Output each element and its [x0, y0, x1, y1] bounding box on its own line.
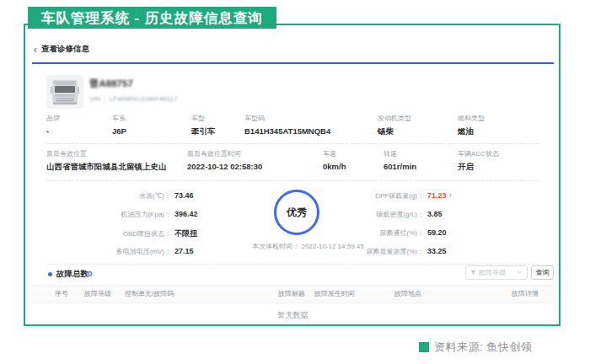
filter-icon: [470, 270, 476, 276]
divider: [46, 180, 539, 181]
breadcrumb-label: 查看诊修信息: [41, 44, 89, 55]
check-time-value: 2022-10-12 14:59:45: [301, 243, 363, 250]
divider: [46, 143, 539, 144]
query-button[interactable]: 查询: [531, 265, 554, 280]
fault-total-count: 0: [88, 269, 92, 278]
fault-total-label: 故障总数: [56, 269, 88, 280]
health-score-badge: 优秀: [274, 190, 319, 235]
metric-water-temp: 水温(℃)： 73.46: [72, 191, 194, 201]
field-rpm: 转速 601r/min: [384, 150, 416, 171]
metric-urea-level: 尿素液位(%)： 59.20: [326, 228, 447, 238]
fault-table-header: 序号 故障等级 控制单元/故障码 故障标题 故障发生时间 故障地点 故障详情: [32, 285, 554, 303]
metric-soot-density: 碳载密度(g/L)： 3.85: [326, 210, 442, 219]
field-series: 车系 J6P: [112, 115, 126, 136]
rise-arrow-icon: ↑: [449, 192, 453, 200]
field-acc-status: 车辆ACC状态 开启: [458, 150, 499, 173]
field-engine-type: 发动机类型 锡柴: [378, 115, 411, 137]
page: 车队管理系统 - 历史故障信息查询 ‹ 查看诊修信息 晋A88757 VIN： …: [0, 0, 590, 364]
metric-oil-pressure: 机油压力(Kpa)： 396.42: [72, 210, 198, 219]
field-speed: 车速 0km/h: [323, 150, 346, 171]
back-icon[interactable]: ‹: [34, 46, 37, 54]
divider: [46, 264, 539, 265]
col-fault-detail: 故障详情: [512, 286, 539, 302]
field-brand: 品牌 -: [46, 115, 60, 136]
col-fault-location: 故障地点: [394, 286, 421, 302]
source-credit: 资料来源: 鱼快创领: [434, 340, 532, 355]
empty-state: 暂无数据: [32, 310, 554, 321]
metric-dpf-soot: DPF碳载量(g)： 71.23 ↑: [326, 191, 453, 201]
truck-image: [46, 75, 83, 109]
check-time: 本次体检时间： 2022-10-12 14:59:45: [234, 242, 382, 251]
metric-obd-status: OBD限扭状态： 不限扭: [72, 228, 197, 239]
col-index: 序号: [55, 286, 68, 302]
field-last-position: 最后有效位置 山西省晋城市阳城县北留镇上史山: [46, 150, 167, 173]
col-fault-level: 故障等级: [84, 286, 111, 302]
breadcrumb[interactable]: ‹ 查看诊修信息: [34, 44, 89, 55]
truck-front-icon: [50, 78, 80, 105]
field-fuel-type: 燃料类型 燃油: [458, 115, 485, 137]
diagnostic-card: 晋A88757 VIN： LFWSRXLDXKF46117 品牌 - 车系 J6…: [32, 62, 554, 324]
field-model: 车型 牵引车: [191, 115, 216, 137]
col-fault-time: 故障发生时间: [314, 286, 355, 302]
chevron-down-icon: [517, 270, 523, 275]
vin-label: VIN：: [89, 95, 107, 103]
footer-square-icon: [419, 342, 429, 352]
check-time-label: 本次体检时间：: [252, 243, 299, 250]
field-model-code: 车型码 B141H345AT15MNQB4: [244, 115, 330, 136]
vin-value: LFWSRXLDXKF46117: [110, 95, 178, 103]
vin-number: VIN： LFWSRXLDXKF46117: [89, 94, 177, 104]
page-title: 车队管理系统 - 历史故障信息查询: [28, 7, 276, 29]
metric-battery-voltage: 蓄电池电压(mV)： 27.15: [72, 247, 194, 256]
col-control-unit: 控制单元/故障码: [125, 286, 174, 302]
select-placeholder: 故障等级: [479, 268, 514, 277]
field-last-position-time: 最后有效位置时间 2022-10-12 02:58:30: [187, 150, 262, 171]
col-fault-title: 故障标题: [278, 286, 305, 302]
fault-level-select[interactable]: 故障等级: [465, 265, 528, 280]
section-bullet-icon: [48, 272, 52, 276]
license-plate: 晋A88757: [89, 78, 133, 90]
